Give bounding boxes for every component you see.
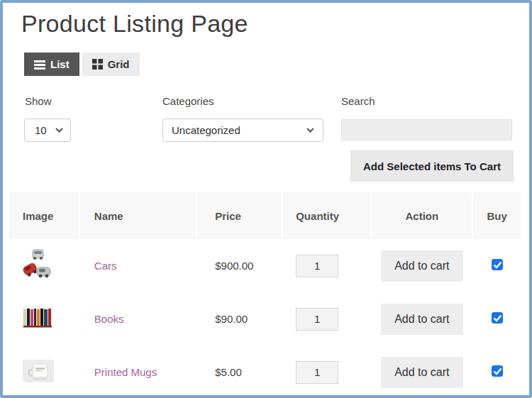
- add-selected-items-button[interactable]: Add Selected items To Cart: [350, 150, 514, 182]
- column-header-price: Price: [197, 192, 282, 239]
- product-price: $900.00: [215, 260, 253, 272]
- add-to-cart-button[interactable]: Add to cart: [381, 357, 463, 388]
- search-input[interactable]: [341, 119, 512, 140]
- page-title: Product Listing Page: [21, 10, 248, 38]
- buy-checkbox[interactable]: [492, 312, 503, 324]
- view-toggle: List Grid: [24, 52, 140, 76]
- check-icon: [493, 367, 502, 375]
- categories-value: Uncategorized: [172, 124, 240, 136]
- product-price: $90.00: [215, 313, 248, 325]
- grid-view-label: Grid: [108, 58, 130, 70]
- list-view-label: List: [50, 58, 70, 70]
- grid-icon: [92, 59, 103, 70]
- show-label: Show: [25, 95, 52, 107]
- check-icon: [493, 314, 502, 322]
- chevron-down-icon: [55, 128, 63, 133]
- grid-view-button[interactable]: Grid: [82, 52, 140, 76]
- column-header-buy: Buy: [473, 192, 521, 239]
- list-view-button[interactable]: List: [24, 52, 79, 76]
- table-row: Printed Mugs $5.00 Add to cart: [9, 346, 521, 398]
- column-header-image: Image: [9, 192, 79, 239]
- product-price: $5.00: [215, 366, 242, 378]
- table-row: Cars $900.00 Add to cart: [9, 239, 521, 292]
- product-table: Image Name Price Quantity Action Buy: [7, 192, 522, 398]
- books-product-image[interactable]: [23, 307, 52, 328]
- product-name-link[interactable]: Books: [94, 313, 124, 325]
- chevron-down-icon: [306, 128, 314, 133]
- product-listing-page: Product Listing Page List Grid Show 10: [0, 0, 532, 398]
- column-header-action: Action: [372, 192, 472, 239]
- quantity-input[interactable]: [296, 255, 338, 277]
- quantity-input[interactable]: [296, 361, 338, 384]
- search-label: Search: [341, 95, 375, 107]
- check-icon: [493, 261, 502, 269]
- printed-mugs-product-image[interactable]: [23, 360, 54, 382]
- table-row: Books $90.00 Add to cart: [9, 292, 521, 346]
- column-header-name: Name: [80, 192, 196, 239]
- list-icon: [34, 59, 45, 70]
- buy-checkbox[interactable]: [492, 365, 503, 377]
- show-per-page-select[interactable]: 10: [24, 118, 71, 142]
- column-header-quantity: Quantity: [283, 192, 370, 239]
- add-to-cart-button[interactable]: Add to cart: [381, 250, 463, 282]
- product-name-link[interactable]: Printed Mugs: [94, 366, 157, 378]
- show-per-page-value: 10: [35, 124, 47, 136]
- product-table-body: Cars $900.00 Add to cart: [9, 239, 521, 398]
- categories-select[interactable]: Uncategorized: [162, 118, 323, 142]
- table-header-row: Image Name Price Quantity Action Buy: [9, 192, 521, 239]
- buy-checkbox[interactable]: [492, 259, 503, 270]
- cars-product-image[interactable]: [23, 248, 51, 282]
- categories-label: Categories: [162, 95, 214, 107]
- product-name-link[interactable]: Cars: [94, 260, 117, 272]
- add-to-cart-button[interactable]: Add to cart: [381, 304, 463, 335]
- quantity-input[interactable]: [296, 308, 338, 331]
